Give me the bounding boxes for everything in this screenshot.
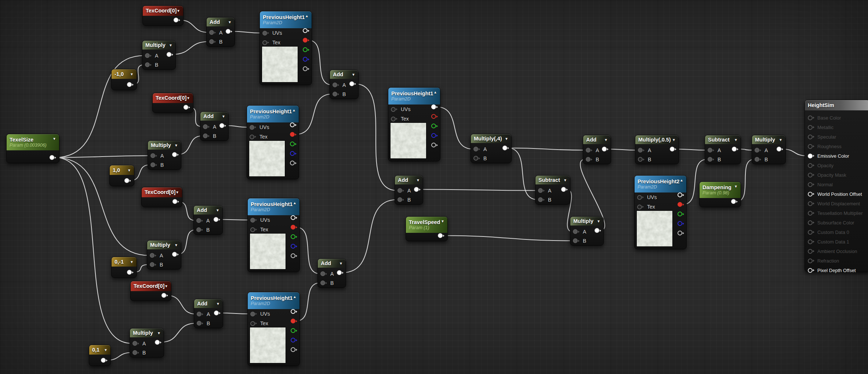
- output-pin[interactable]: [172, 152, 179, 157]
- multiplyR-node[interactable]: Multiply▼AB: [752, 135, 786, 164]
- output-pin[interactable]: [602, 147, 609, 151]
- chevron-down-icon[interactable]: ▼: [734, 184, 738, 188]
- chevron-down-icon[interactable]: ▼: [416, 178, 420, 182]
- input-pin-uvs[interactable]: [250, 125, 256, 130]
- multiplyC-node[interactable]: Multiply▼AB: [570, 216, 604, 246]
- chevron-down-icon[interactable]: ▼: [779, 138, 782, 142]
- input-pin-uvs[interactable]: [637, 195, 644, 200]
- add2-node[interactable]: Add▼AB: [200, 111, 229, 141]
- output-pin[interactable]: [438, 233, 444, 238]
- a-output-pin[interactable]: [291, 347, 297, 352]
- input-pin-tex[interactable]: [250, 321, 257, 326]
- input-pin-b[interactable]: [209, 39, 216, 44]
- input-pin-b[interactable]: [132, 350, 139, 355]
- chevron-down-icon[interactable]: ▼: [563, 178, 567, 182]
- chevron-down-icon[interactable]: ▼: [186, 96, 190, 100]
- input-pin-a[interactable]: [708, 148, 714, 153]
- texC-node[interactable]: PreviousHeight1Param2D▲UVsTex: [388, 87, 440, 161]
- input-pin-tex[interactable]: [250, 227, 257, 232]
- opacity-mask-input-pin[interactable]: [808, 173, 814, 177]
- r-output-pin[interactable]: [678, 202, 684, 207]
- a-output-pin[interactable]: [678, 231, 684, 235]
- texelSize-node[interactable]: TexelSizeParam (0.003906)▼: [6, 134, 59, 163]
- input-pin-a[interactable]: [397, 188, 404, 193]
- a-output-pin[interactable]: [290, 161, 297, 165]
- input-pin-a[interactable]: [150, 253, 156, 258]
- input-pin-a[interactable]: [197, 312, 203, 316]
- a-output-pin[interactable]: [303, 66, 309, 71]
- multiply2-node[interactable]: Multiply▼AB: [148, 140, 181, 170]
- input-pin-b[interactable]: [150, 162, 157, 167]
- const01-node[interactable]: 0,1▼: [89, 345, 111, 366]
- input-pin-b[interactable]: [197, 321, 203, 326]
- chevron-down-icon[interactable]: ▼: [174, 143, 178, 147]
- r-output-pin[interactable]: [303, 38, 309, 43]
- input-pin-b[interactable]: [203, 133, 210, 138]
- ambient-occlusion-input-pin[interactable]: [808, 249, 814, 254]
- subtractR-node[interactable]: Subtract▼AB: [705, 135, 741, 164]
- b-output-pin[interactable]: [678, 221, 684, 226]
- wire[interactable]: [508, 148, 538, 200]
- r-output-pin[interactable]: [431, 114, 438, 119]
- multiply3-node[interactable]: Multiply▼AB: [147, 240, 181, 270]
- b-output-pin[interactable]: [303, 57, 309, 62]
- chevron-down-icon[interactable]: ▼: [127, 168, 131, 172]
- input-pin-a[interactable]: [538, 188, 545, 193]
- output-pin[interactable]: [172, 199, 179, 204]
- collapse-up-icon[interactable]: ▲: [292, 108, 296, 112]
- wire[interactable]: [219, 220, 250, 220]
- multiplyX4-node[interactable]: Multiply(,4)▼AB: [471, 134, 512, 163]
- output-pin[interactable]: [561, 187, 568, 192]
- wire[interactable]: [231, 32, 262, 33]
- output-pin[interactable]: [414, 187, 421, 192]
- input-pin-a[interactable]: [573, 229, 580, 234]
- chevron-down-icon[interactable]: ▼: [352, 73, 355, 77]
- b-output-pin[interactable]: [291, 244, 297, 249]
- world-displacement-input-pin[interactable]: [808, 201, 814, 206]
- input-pin-tex[interactable]: [637, 205, 644, 209]
- collapse-up-icon[interactable]: ▲: [305, 14, 309, 18]
- input-pin-b[interactable]: [755, 157, 761, 162]
- multiply1-node[interactable]: Multiply▼AB: [142, 40, 176, 70]
- collapse-up-icon[interactable]: ▲: [433, 90, 437, 94]
- input-pin-b[interactable]: [473, 156, 480, 161]
- output-pin[interactable]: [127, 270, 134, 275]
- wire[interactable]: [172, 42, 209, 55]
- chevron-down-icon[interactable]: ▼: [222, 114, 225, 118]
- output-pin[interactable]: [214, 217, 220, 222]
- chevron-down-icon[interactable]: ▼: [104, 348, 108, 352]
- b-output-pin[interactable]: [431, 133, 438, 138]
- chevron-down-icon[interactable]: ▼: [175, 190, 179, 194]
- input-pin-a[interactable]: [203, 124, 210, 129]
- output-pin[interactable]: [595, 228, 601, 233]
- normal-input-pin[interactable]: [808, 182, 814, 187]
- metallic-input-pin[interactable]: [808, 125, 814, 130]
- output-pin[interactable]: [184, 105, 190, 110]
- input-pin-b[interactable]: [708, 157, 714, 162]
- rgb-output-pin[interactable]: [290, 122, 297, 127]
- collapse-up-icon[interactable]: ▲: [293, 295, 297, 299]
- wire[interactable]: [508, 148, 585, 150]
- r-output-pin[interactable]: [290, 132, 297, 137]
- wire[interactable]: [420, 190, 538, 191]
- output-pin[interactable]: [167, 52, 173, 57]
- wire[interactable]: [160, 323, 196, 342]
- wire[interactable]: [443, 236, 573, 241]
- tex2-node[interactable]: PreviousHeight1Param2D▲UVsTex: [247, 105, 299, 179]
- texCoord2-node[interactable]: TexCoord[0]▼: [152, 93, 193, 113]
- tex3-node[interactable]: PreviousHeight1Param2D▲UVsTex: [247, 198, 300, 272]
- chevron-down-icon[interactable]: ▼: [734, 138, 738, 142]
- chevron-down-icon[interactable]: ▼: [604, 138, 608, 142]
- input-pin-a[interactable]: [150, 153, 157, 158]
- output-pin[interactable]: [777, 147, 783, 151]
- add4-node[interactable]: Add▼AB: [194, 299, 223, 328]
- input-pin-tex[interactable]: [391, 117, 397, 121]
- a-output-pin[interactable]: [431, 143, 438, 147]
- specular-input-pin[interactable]: [808, 135, 814, 139]
- custom-data-1-input-pin[interactable]: [808, 239, 814, 244]
- add3-node[interactable]: Add▼AB: [193, 205, 223, 235]
- output-pin[interactable]: [161, 293, 168, 298]
- output-pin[interactable]: [124, 178, 131, 183]
- output-pin[interactable]: [226, 29, 232, 34]
- texCoord3-node[interactable]: TexCoord[0]▼: [141, 187, 182, 207]
